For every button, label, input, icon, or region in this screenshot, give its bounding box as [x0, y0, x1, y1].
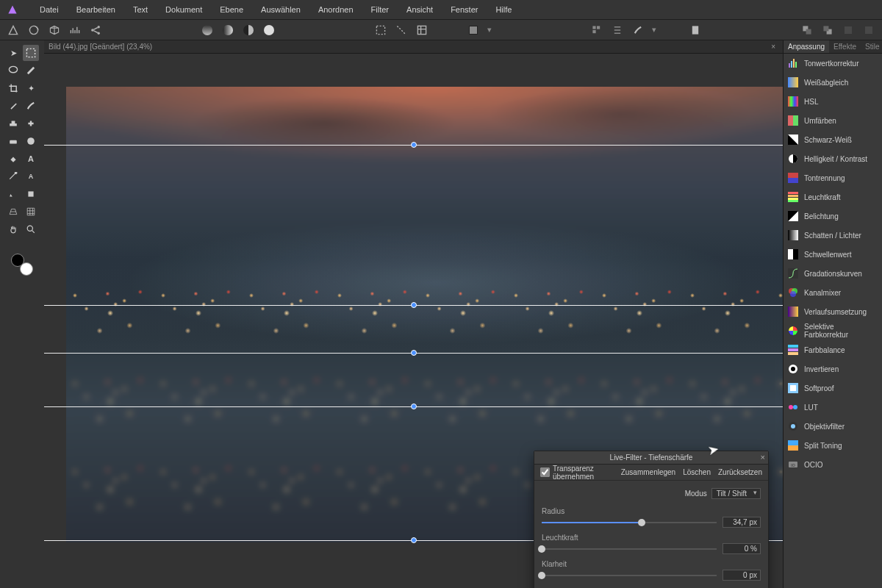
- rectangle-tool[interactable]: [23, 186, 39, 202]
- node-tool[interactable]: [5, 168, 21, 184]
- adjustment-item[interactable]: Tonwertkorrektur: [784, 54, 882, 73]
- zoom-tool[interactable]: [23, 221, 39, 237]
- persona-share-icon[interactable]: [87, 21, 104, 39]
- toolbar-gradient-2-icon[interactable]: [219, 21, 237, 39]
- toolbar-swatch-icon[interactable]: [465, 21, 482, 39]
- toolbar-gradient-1-icon[interactable]: [198, 21, 216, 39]
- menu-dokument[interactable]: Dokument: [157, 0, 211, 19]
- toolbar-info-icon[interactable]: [686, 21, 704, 39]
- persona-triangle-icon[interactable]: [4, 21, 22, 39]
- clarity-value[interactable]: 0 px: [723, 570, 761, 581]
- menu-ebene[interactable]: Ebene: [211, 0, 252, 19]
- dialog-titlebar[interactable]: Live-Filter - Tiefenschärfe ×: [534, 451, 768, 465]
- menu-ansicht[interactable]: Ansicht: [398, 0, 442, 19]
- adjustment-item[interactable]: Umfärben: [784, 111, 882, 130]
- svg-rect-40: [788, 249, 793, 259]
- persona-waveform-icon[interactable]: [66, 21, 84, 39]
- menu-auswählen[interactable]: Auswählen: [252, 0, 309, 19]
- mesh-tool[interactable]: [23, 204, 39, 220]
- svg-rect-48: [788, 345, 798, 348]
- toolbar-align-icon[interactable]: [609, 21, 626, 39]
- toolbar-marquee-icon[interactable]: [372, 21, 390, 39]
- adjustment-item[interactable]: HSL: [784, 92, 882, 111]
- stamp-tool[interactable]: [5, 115, 21, 132]
- move-tool[interactable]: ➤: [5, 45, 21, 61]
- adjustment-item[interactable]: Split Toning: [784, 436, 882, 455]
- toolbar-brush-icon[interactable]: [629, 21, 647, 39]
- selection-brush-tool[interactable]: [23, 62, 39, 79]
- adjustment-item[interactable]: Tontrennung: [784, 168, 882, 187]
- transparency-checkbox[interactable]: Transparenz übernehmen: [540, 465, 614, 481]
- toolbar-swatch-dropdown-icon[interactable]: ▾: [485, 21, 494, 39]
- adjustment-item[interactable]: Weißabgleich: [784, 73, 882, 92]
- frame-text-tool[interactable]: A: [23, 168, 39, 184]
- tab-stile[interactable]: Stile: [861, 40, 882, 53]
- color-swatch[interactable]: [11, 254, 33, 276]
- tab-anpassung[interactable]: Anpassung: [784, 40, 829, 53]
- heal-tool[interactable]: [23, 115, 39, 132]
- erase-tool[interactable]: [5, 133, 21, 149]
- toolbar-white-circle-icon[interactable]: [260, 21, 278, 39]
- persona-swirl-icon[interactable]: [25, 21, 43, 39]
- live-filter-dialog[interactable]: Live-Filter - Tiefenschärfe × Transparen…: [534, 451, 769, 588]
- crop-tool[interactable]: [5, 80, 21, 96]
- menu-anordnen[interactable]: Anordnen: [309, 0, 362, 19]
- reset-button[interactable]: Zurücksetzen: [718, 468, 762, 476]
- document-close-icon[interactable]: ×: [768, 43, 778, 51]
- menu-datei[interactable]: Datei: [31, 0, 68, 19]
- wand-tool[interactable]: ✦: [23, 80, 39, 96]
- toolbar-channels-icon[interactable]: [588, 21, 606, 39]
- toolbar-brush-opts-icon[interactable]: ▾: [650, 21, 659, 39]
- hand-tool[interactable]: [5, 221, 21, 237]
- adjustment-item[interactable]: Farbbalance: [784, 340, 882, 359]
- document-tab[interactable]: Bild (44).jpg [Geändert] (23,4%) ×: [44, 40, 783, 54]
- radius-slider[interactable]: [542, 522, 717, 523]
- studio-panel-1-icon[interactable]: [798, 21, 816, 39]
- delete-button[interactable]: Löschen: [683, 468, 711, 476]
- adjustment-item[interactable]: Leuchtkraft: [784, 187, 882, 207]
- adjustment-item[interactable]: Invertieren: [784, 359, 882, 379]
- toolbar-halfcircle-icon[interactable]: [240, 21, 257, 39]
- clarity-slider[interactable]: [542, 575, 717, 576]
- pen-tool[interactable]: [5, 98, 21, 114]
- sponge-tool[interactable]: [23, 133, 39, 149]
- adjustment-item[interactable]: Objektivfilter: [784, 417, 882, 436]
- adjustment-item[interactable]: LUT: [784, 398, 882, 417]
- studio-panel-2-icon[interactable]: [819, 21, 836, 39]
- text-tool[interactable]: A: [23, 151, 39, 167]
- menu-hilfe[interactable]: Hilfe: [487, 0, 520, 19]
- perspective-tool[interactable]: [5, 204, 21, 220]
- merge-button[interactable]: Zusammenlegen: [621, 468, 675, 476]
- persona-cube-icon[interactable]: [46, 21, 63, 39]
- lasso-tool[interactable]: [5, 62, 21, 79]
- toolbar-grid-icon[interactable]: [413, 21, 431, 39]
- adjustment-item[interactable]: Helligkeit / Kontrast: [784, 149, 882, 168]
- adjustment-item[interactable]: Belichtung: [784, 207, 882, 226]
- adjustment-item[interactable]: Schwellenwert: [784, 245, 882, 264]
- adjustment-item[interactable]: Kanalmixer: [784, 283, 882, 302]
- vibrance-value[interactable]: 0 %: [723, 543, 761, 554]
- dialog-close-icon[interactable]: ×: [761, 453, 765, 462]
- adjustment-item[interactable]: Selektive Farbkorrektur: [784, 321, 882, 340]
- adjustment-item[interactable]: IOOCIO: [784, 455, 882, 474]
- radius-value[interactable]: 34,7 px: [723, 517, 761, 528]
- shape-tool[interactable]: [5, 186, 21, 202]
- studio-panel-3-icon[interactable]: [839, 21, 857, 39]
- tab-effekte[interactable]: Effekte: [829, 40, 861, 53]
- vibrance-slider[interactable]: [542, 548, 717, 550]
- marquee-tool[interactable]: [23, 45, 39, 61]
- menu-text[interactable]: Text: [124, 0, 157, 19]
- adjustment-item[interactable]: Gradationskurven: [784, 264, 882, 283]
- menu-bearbeiten[interactable]: Bearbeiten: [68, 0, 124, 19]
- adjustment-item[interactable]: Schatten / Lichter: [784, 226, 882, 245]
- studio-panel-4-icon[interactable]: [860, 21, 878, 39]
- adjustment-item[interactable]: Schwarz-Weiß: [784, 130, 882, 149]
- adjustment-item[interactable]: Softproof: [784, 379, 882, 398]
- fill-tool[interactable]: [5, 151, 21, 167]
- menu-filter[interactable]: Filter: [362, 0, 398, 19]
- menu-fenster[interactable]: Fenster: [442, 0, 487, 19]
- mode-select[interactable]: Tilt / Shift: [711, 488, 761, 499]
- brush-tool[interactable]: [23, 98, 39, 114]
- toolbar-lasso-dashed-icon[interactable]: [392, 21, 410, 39]
- adjustment-item[interactable]: Verlaufsumsetzung: [784, 302, 882, 321]
